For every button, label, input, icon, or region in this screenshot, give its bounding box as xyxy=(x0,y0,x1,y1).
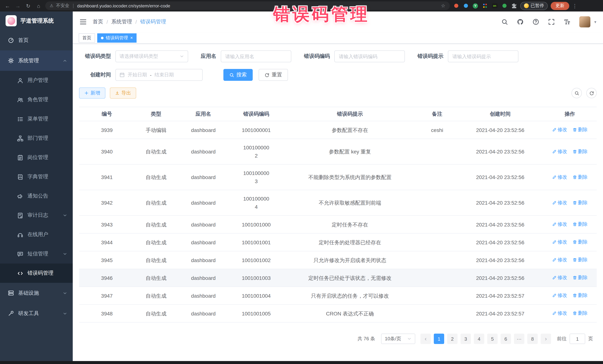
edit-link[interactable]: 修改 xyxy=(552,291,567,299)
toggle-search-button[interactable] xyxy=(571,88,582,98)
browser-home-icon[interactable]: ⌂ xyxy=(35,2,42,10)
edit-link[interactable]: 修改 xyxy=(552,147,567,155)
delete-link[interactable]: 删除 xyxy=(572,256,588,264)
error-code-input[interactable] xyxy=(334,50,405,62)
extension-icon-6[interactable] xyxy=(501,2,508,9)
chevron-down-icon xyxy=(407,337,412,341)
tab-error-code[interactable]: 错误码管理× xyxy=(97,33,137,43)
prev-page-button[interactable]: ‹ xyxy=(420,334,431,344)
reset-button[interactable]: 重置 xyxy=(259,69,288,81)
page-button-3[interactable]: 3 xyxy=(461,334,471,344)
sidebar-item-dept[interactable]: 部门管理 xyxy=(0,129,73,148)
extension-icon-3[interactable]: V xyxy=(472,2,479,9)
browser-forward-icon[interactable]: → xyxy=(14,2,22,10)
page-button-1[interactable]: 1 xyxy=(434,334,444,344)
sidebar-item-user[interactable]: 用户管理 xyxy=(0,71,73,90)
edit-link[interactable]: 修改 xyxy=(552,220,567,228)
sidebar-item-error-code[interactable]: 错误码管理 xyxy=(0,264,73,283)
extension-icon-4[interactable] xyxy=(482,2,488,9)
browser-back-icon[interactable]: ← xyxy=(4,2,11,10)
table-row: 3939手动编辑dashboard1001000001参数配置不存在ceshi2… xyxy=(79,121,597,139)
page-ellipsis[interactable]: ··· xyxy=(514,334,524,344)
table-header-cell: 错误码提示 xyxy=(283,107,417,121)
add-button[interactable]: 新增 xyxy=(79,88,105,99)
app-name-input[interactable] xyxy=(221,50,291,62)
cell-memo xyxy=(417,287,458,305)
sidebar-item-notice[interactable]: 通知公告 xyxy=(0,187,73,206)
font-size-icon[interactable] xyxy=(564,19,570,25)
edit-link[interactable]: 修改 xyxy=(552,199,567,207)
extensions-puzzle-icon[interactable] xyxy=(510,2,517,9)
user-avatar[interactable] xyxy=(580,16,591,27)
cell-msg: 只允许修改为开启或者关闭状态 xyxy=(283,251,417,269)
edit-link[interactable]: 修改 xyxy=(552,173,567,181)
next-page-button[interactable]: › xyxy=(541,334,551,344)
url-text: dashboard.yudao.iocoder.cn/system/error-… xyxy=(77,3,170,8)
delete-link[interactable]: 删除 xyxy=(572,199,588,207)
edit-link[interactable]: 修改 xyxy=(552,256,567,264)
delete-link[interactable]: 删除 xyxy=(572,238,588,246)
help-icon[interactable] xyxy=(533,19,539,25)
delete-link[interactable]: 删除 xyxy=(572,126,588,134)
goto-page-input[interactable] xyxy=(570,334,585,344)
cell-memo xyxy=(417,190,458,216)
sidebar-item-online-user[interactable]: 在线用户 xyxy=(0,225,73,244)
extension-icon-2[interactable] xyxy=(462,2,469,9)
page-button-6[interactable]: 6 xyxy=(500,334,511,344)
delete-link[interactable]: 删除 xyxy=(572,173,588,181)
profile-paused-badge[interactable]: 已暂停 xyxy=(520,2,548,10)
extension-icon-5[interactable]: on xyxy=(491,2,498,9)
table-header-cell: 编号 xyxy=(79,107,135,121)
collapse-sidebar-icon[interactable] xyxy=(79,18,87,26)
edit-link[interactable]: 修改 xyxy=(552,238,567,246)
devtools-icon xyxy=(8,310,14,317)
delete-link[interactable]: 删除 xyxy=(572,147,588,155)
page-button-2[interactable]: 2 xyxy=(447,334,458,344)
create-time-range-picker[interactable]: 开始日期 - 结束日期 xyxy=(116,69,203,81)
cell-memo: ceshi xyxy=(417,121,458,139)
sidebar-item-infra[interactable]: 基础设施 xyxy=(0,283,73,303)
bookmark-star-icon[interactable]: ☆ xyxy=(441,3,445,9)
edit-icon xyxy=(552,149,557,154)
avatar-caret-icon[interactable]: ▾ xyxy=(594,20,596,24)
sidebar-item-system[interactable]: 系统管理 xyxy=(0,50,73,71)
sidebar-item-menu[interactable]: 菜单管理 xyxy=(0,109,73,129)
tab-close-icon[interactable]: × xyxy=(130,36,133,40)
cell-memo xyxy=(417,269,458,287)
error-type-select[interactable]: 请选择错误码类型 xyxy=(116,50,188,62)
header-search-icon[interactable] xyxy=(501,19,508,25)
extension-icon-1[interactable] xyxy=(453,2,459,9)
sidebar-item-devtools[interactable]: 研发工具 xyxy=(0,303,73,324)
export-button[interactable]: 导出 xyxy=(110,88,136,99)
sidebar-item-home[interactable]: 首页 xyxy=(0,30,73,50)
sidebar-item-audit-log[interactable]: 审计日志 xyxy=(0,206,73,225)
refresh-table-button[interactable] xyxy=(586,88,597,98)
sidebar-item-sms[interactable]: 短信管理 xyxy=(0,244,73,264)
search-button[interactable]: 搜索 xyxy=(223,69,253,81)
delete-link[interactable]: 删除 xyxy=(572,274,588,282)
delete-link[interactable]: 删除 xyxy=(572,291,588,299)
browser-reload-icon[interactable]: ↻ xyxy=(24,2,32,10)
page-size-select[interactable]: 10条/页 xyxy=(381,334,415,344)
browser-menu-icon[interactable]: ⋮ xyxy=(572,3,577,9)
fullscreen-icon[interactable] xyxy=(548,19,555,25)
tab-home[interactable]: 首页 xyxy=(79,33,95,43)
delete-link[interactable]: 删除 xyxy=(572,220,588,228)
browser-update-button[interactable]: 更新 xyxy=(551,2,569,10)
breadcrumb-item[interactable]: 系统管理 xyxy=(111,19,132,25)
sidebar-item-role[interactable]: 角色管理 xyxy=(0,90,73,109)
edit-link[interactable]: 修改 xyxy=(552,274,567,282)
page-button-4[interactable]: 4 xyxy=(474,334,484,344)
page-button-5[interactable]: 5 xyxy=(487,334,498,344)
page-button-8[interactable]: 8 xyxy=(527,334,538,344)
github-icon[interactable] xyxy=(517,19,524,25)
error-hint-input[interactable] xyxy=(448,50,518,62)
sidebar-item-post[interactable]: 岗位管理 xyxy=(0,148,73,167)
address-bar[interactable]: ⚠ 不安全 dashboard.yudao.iocoder.cn/system/… xyxy=(45,1,450,10)
edit-link[interactable]: 修改 xyxy=(552,126,567,134)
delete-link[interactable]: 删除 xyxy=(572,309,588,317)
edit-link[interactable]: 修改 xyxy=(552,309,567,317)
breadcrumb-item[interactable]: 首页 xyxy=(93,19,103,25)
sidebar-item-dict[interactable]: 字典管理 xyxy=(0,167,73,187)
app-logo-row[interactable]: 芋道管理系统 xyxy=(0,11,73,30)
